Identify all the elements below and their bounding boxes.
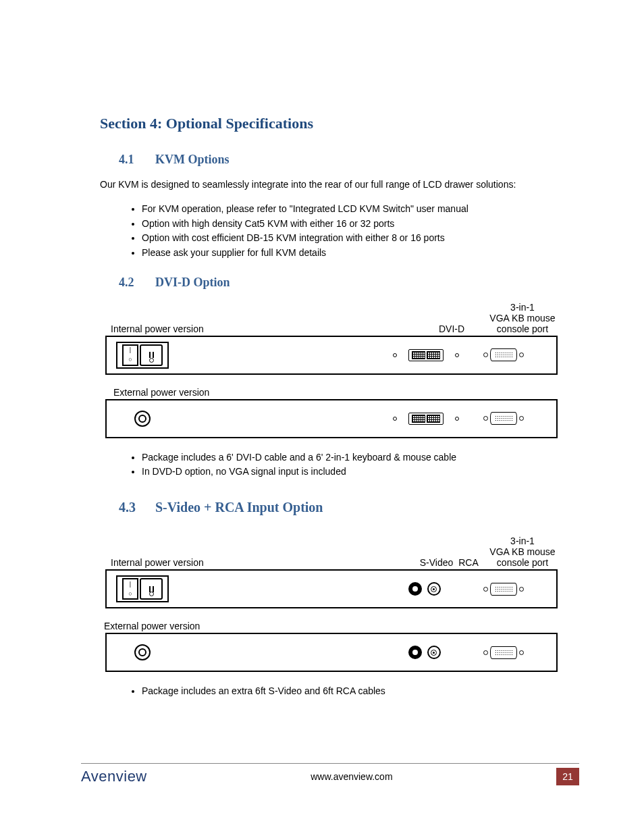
- list-item: Package includes an extra 6ft S-Video an…: [142, 684, 563, 699]
- iec-power-icon: |○: [116, 575, 169, 602]
- iec-power-icon: |○: [116, 342, 169, 369]
- s41-intro: Our KVM is designed to seamlessly integr…: [100, 179, 563, 190]
- svideo-port-icon: [408, 646, 422, 659]
- s42-labels-row1: Internal power version DVI-D 3-in-1 VGA …: [111, 302, 563, 334]
- rca-port-icon: [427, 646, 441, 659]
- page-number: 21: [556, 768, 579, 785]
- heading-4-3-title: S-Video + RCA Input Option: [155, 500, 323, 515]
- heading-4-3: 4.3S-Video + RCA Input Option: [119, 500, 563, 515]
- s41-bullets: For KVM operation, please refer to "Inte…: [100, 202, 563, 261]
- vga-port-icon: [463, 412, 544, 425]
- s43-labels-row1: Internal power version S-Video RCA 3-in-…: [111, 536, 563, 568]
- label-internal-power: Internal power version: [111, 557, 313, 568]
- panel-svideo-external: [105, 633, 558, 672]
- label-svideo: S-Video: [418, 557, 455, 568]
- heading-4-3-num: 4.3: [119, 500, 155, 515]
- heading-4-2-title: DVI-D Option: [155, 276, 230, 289]
- heading-4-2-num: 4.2: [119, 276, 155, 290]
- label-internal-power: Internal power version: [111, 323, 313, 334]
- list-item: Option with high density Cat5 KVM with e…: [142, 217, 563, 232]
- heading-4-1-num: 4.1: [119, 153, 155, 167]
- heading-4-1: 4.1KVM Options: [119, 153, 563, 167]
- list-item: Package includes a 6' DVI-D cable and a …: [142, 450, 563, 465]
- section-title: Section 4: Optional Specifications: [100, 115, 563, 132]
- page-footer: Avenview www.avenview.com 21: [81, 763, 579, 785]
- label-dvid: DVI-D: [421, 323, 482, 334]
- label-external-power: External power version: [113, 387, 563, 398]
- svideo-port-icon: [408, 582, 422, 596]
- s43-bullets: Package includes an extra 6ft S-Video an…: [100, 684, 563, 699]
- list-item: Please ask your supplier for full KVM de…: [142, 246, 563, 261]
- dvi-d-port-icon: [396, 348, 456, 362]
- brand-logo: Avenview: [81, 768, 147, 785]
- dc-jack-icon: [134, 644, 151, 660]
- vga-port-icon: [463, 348, 544, 361]
- heading-4-1-title: KVM Options: [155, 153, 230, 166]
- footer-url: www.avenview.com: [147, 771, 556, 782]
- dc-jack-icon: [134, 411, 151, 427]
- label-rca: RCA: [455, 557, 482, 568]
- s42-bullets: Package includes a 6' DVI-D cable and a …: [100, 450, 563, 479]
- list-item: In DVD-D option, no VGA signal input is …: [142, 465, 563, 479]
- panel-svideo-internal: |○: [105, 569, 558, 608]
- label-external-power: External power version: [104, 621, 563, 631]
- vga-port-icon: [463, 583, 544, 596]
- panel-dvid-external: [105, 399, 558, 438]
- label-console-port: 3-in-1 VGA KB mouse console port: [482, 302, 563, 334]
- panel-dvid-internal: |○: [105, 336, 558, 375]
- list-item: For KVM operation, please refer to "Inte…: [142, 202, 563, 217]
- rca-port-icon: [427, 582, 441, 596]
- dvi-d-port-icon: [396, 412, 456, 425]
- list-item: Option with cost efficient DB-15 KVM int…: [142, 231, 563, 246]
- vga-port-icon: [463, 646, 544, 659]
- label-console-port: 3-in-1 VGA KB mouse console port: [482, 536, 563, 568]
- heading-4-2: 4.2DVI-D Option: [119, 276, 563, 290]
